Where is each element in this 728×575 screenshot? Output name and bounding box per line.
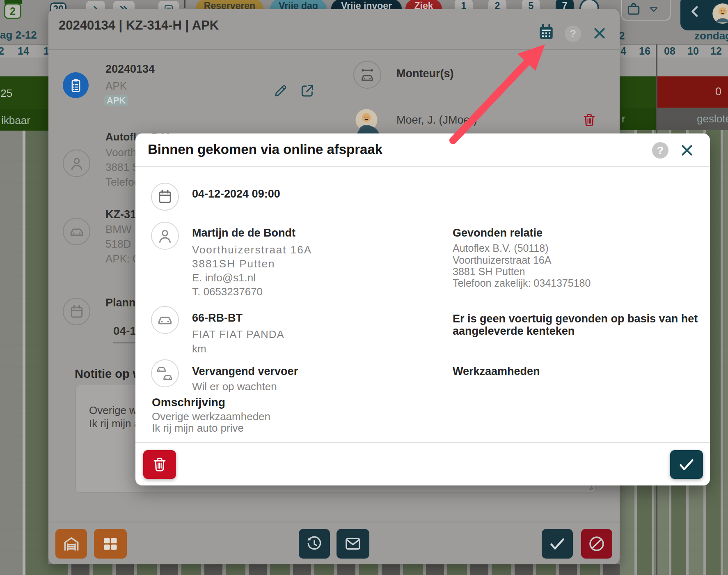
header-divider — [135, 166, 710, 167]
history-button[interactable] — [299, 529, 330, 559]
left-grid-row — [0, 58, 48, 77]
vehicle-brand: BMW — [105, 223, 132, 236]
left-availability-block[interactable]: ikbaar — [0, 109, 48, 131]
mechanic-section-icon — [353, 61, 381, 89]
right-availability-green[interactable]: r — [620, 108, 656, 130]
order-type: APK — [105, 80, 127, 92]
right-day-prev-label: 2 — [619, 30, 625, 42]
work-heading: Werkzaamheden — [453, 365, 540, 378]
replacement-transport-icon — [151, 359, 179, 387]
planning-grid-button[interactable] — [94, 529, 127, 559]
right-day-label: zondag 8-12 — [694, 30, 728, 42]
vehicle-apk-date: APK: 0 — [105, 253, 139, 265]
close-icon — [678, 142, 696, 159]
planning-calendar-button[interactable] — [537, 23, 556, 42]
hour-label: 14 — [18, 45, 29, 57]
appointment-vehicle-model: FIAT FIAT PANDA — [192, 328, 284, 341]
order-number: 20240134 — [105, 63, 155, 76]
bottom-column-stripes — [48, 564, 620, 575]
panel-back-button[interactable] — [687, 3, 703, 20]
garage-icon — [62, 534, 81, 553]
availability-label: ikbaar — [1, 114, 30, 127]
capacity-value: .25 — [0, 87, 12, 100]
contact-postal: 3881SH Putten — [192, 258, 275, 270]
appointment-modal: Binnen gekomen via online afspraak ? 04-… — [135, 133, 710, 485]
user-avatar[interactable] — [712, 2, 728, 25]
email-button[interactable] — [337, 529, 369, 559]
closed-label: geslote — [697, 113, 728, 125]
right-capacity-green[interactable] — [620, 76, 656, 108]
day-count-badge[interactable]: 2 — [4, 3, 21, 19]
user-panel — [680, 0, 728, 30]
history-icon — [305, 534, 324, 553]
trash-icon — [151, 455, 169, 474]
confirm-work-order-button[interactable] — [542, 529, 573, 559]
contact-name: Martijn de de Bondt — [192, 227, 295, 239]
close-icon — [591, 25, 608, 42]
left-column-stripes — [0, 131, 48, 575]
header-divider — [48, 49, 620, 50]
transport-heading: Vervangend vervoer — [192, 365, 298, 378]
work-order-help-button[interactable]: ? — [565, 25, 581, 42]
appointment-help-button[interactable]: ? — [652, 142, 668, 159]
appointment-datetime: 04-12-2024 09:00 — [192, 188, 280, 200]
mail-icon — [343, 534, 362, 553]
vehicle-model: 518D — [105, 238, 131, 251]
relation-postal: 3881 SH Putten — [453, 266, 525, 278]
chevron-left-icon — [687, 3, 703, 20]
description-heading: Omschrijving — [152, 396, 225, 409]
vehicle-not-found-notice: Er is geen voertuig gevonden op basis va… — [453, 313, 710, 337]
appointment-vehicle-plate: 66-RB-BT — [192, 312, 243, 324]
confirm-appointment-button[interactable] — [670, 450, 703, 479]
appointment-date-icon — [151, 183, 179, 211]
contact-phone: T. 0653237670 — [192, 285, 263, 298]
external-link-icon — [300, 83, 315, 99]
work-order-close-button[interactable] — [591, 25, 608, 42]
work-order-title: 20240134 | KZ-314-H | APK — [59, 18, 219, 33]
relation-phone: Telefoon zakelijk: 0341375180 — [453, 277, 591, 289]
hour-label: 16 — [639, 45, 650, 57]
caret-down-icon — [648, 3, 660, 16]
toolbar-separator — [184, 0, 185, 8]
relation-name: Autoflex B.V. (50118) — [453, 242, 548, 254]
availability-fragment: r — [622, 113, 625, 125]
toolbox-caret-button[interactable] — [648, 3, 660, 16]
garage-button[interactable] — [55, 529, 87, 559]
left-capacity-block[interactable]: .25 — [0, 76, 48, 110]
right-grid-row — [620, 58, 728, 77]
mechanic-name: Moer, J. (JMoer) — [396, 114, 477, 126]
trash-icon — [581, 112, 598, 128]
delete-appointment-button[interactable] — [143, 450, 176, 479]
open-order-button[interactable] — [300, 83, 315, 99]
hour-label: 12 — [710, 45, 722, 57]
relation-heading: Gevonden relatie — [453, 227, 543, 239]
description-line: Overige werkzaamheden — [152, 410, 270, 423]
remove-mechanic-button[interactable] — [581, 112, 598, 128]
contact-icon — [151, 222, 179, 250]
toolbox-button[interactable] — [625, 1, 642, 17]
cancel-work-order-button[interactable] — [581, 529, 612, 559]
appointment-close-button[interactable] — [678, 142, 696, 159]
contact-email: E. info@s1.nl — [192, 271, 256, 284]
footer-divider — [135, 442, 710, 443]
day-count-label: 2 — [10, 5, 16, 17]
hour-label: 10 — [687, 45, 699, 57]
description-line: Ik rij mijn auto prive — [152, 422, 244, 435]
screenshot-root: 2 20 Reserveren Vrije dag Vrije invoer Z… — [0, 0, 728, 575]
relation-address: Voorthuizerstraat 16A — [453, 254, 551, 266]
right-closed-block: geslote — [657, 108, 728, 130]
toolbox-icon — [625, 1, 642, 17]
right-capacity-red[interactable]: 0 — [657, 76, 728, 108]
edit-order-button[interactable] — [272, 83, 288, 99]
appointment-vehicle-icon — [151, 306, 179, 334]
footer-divider — [48, 522, 620, 522]
mechanics-heading: Monteur(s) — [396, 67, 453, 80]
order-badge: APK — [104, 95, 128, 106]
appointment-vehicle-km: km — [192, 343, 206, 355]
appointment-title: Binnen gekomen via online afspraak — [148, 142, 382, 157]
customer-icon — [63, 150, 90, 177]
vehicle-icon — [63, 218, 90, 245]
calendar-icon — [537, 23, 556, 42]
pencil-icon — [272, 83, 288, 99]
planning-icon — [63, 298, 90, 325]
